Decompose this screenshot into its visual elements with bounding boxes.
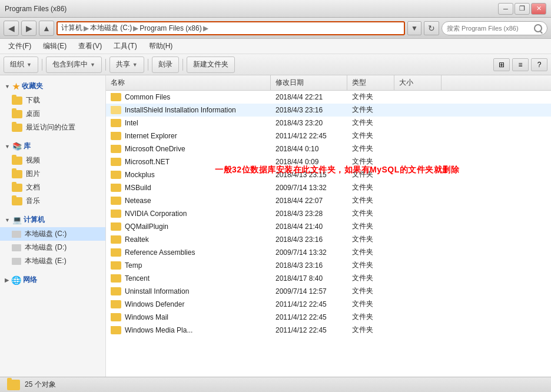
path-computer: 计算机 bbox=[61, 23, 82, 33]
toolbar-sep-3 bbox=[148, 59, 148, 71]
table-row[interactable]: InstallShield Installation Information20… bbox=[106, 104, 551, 117]
file-list[interactable]: 名称 修改日期 类型 大小 Common Files2018/4/4 22:21… bbox=[106, 75, 551, 377]
sidebar: ▼ ★ 收藏夹 下载 桌面 最近访问的位置 ▼ 📚 库 bbox=[0, 75, 106, 377]
sidebar-item-drive-d[interactable]: 本地磁盘 (D:) bbox=[0, 241, 105, 254]
table-row[interactable]: Tencent2018/4/17 8:40文件夹 bbox=[106, 272, 551, 285]
help-button[interactable]: ? bbox=[531, 58, 547, 71]
sidebar-favorites-header[interactable]: ▼ ★ 收藏夹 bbox=[0, 79, 105, 94]
file-name: Mockplus bbox=[125, 171, 155, 179]
close-button[interactable]: ✕ bbox=[531, 3, 546, 15]
table-row[interactable]: Microsoft OneDrive2018/4/4 0:10文件夹 bbox=[106, 142, 551, 155]
table-row[interactable]: Temp2018/4/3 23:16文件夹 bbox=[106, 259, 551, 272]
file-rows-container: Common Files2018/4/4 22:21文件夹InstallShie… bbox=[106, 91, 551, 337]
sidebar-libraries-header[interactable]: ▼ 📚 库 bbox=[0, 139, 105, 154]
table-row[interactable]: Windows Defender2011/4/12 22:45文件夹 bbox=[106, 298, 551, 311]
address-path[interactable]: 计算机 ▶ 本地磁盘 (C:) ▶ Program Files (x86) ▶ bbox=[57, 21, 405, 35]
sidebar-item-video[interactable]: 视频 bbox=[0, 154, 105, 167]
share-button[interactable]: 共享 ▼ bbox=[109, 57, 144, 73]
sidebar-section-computer: ▼ 💻 计算机 本地磁盘 (C:) 本地磁盘 (D:) 本地磁盘 (E:) bbox=[0, 212, 105, 268]
col-header-type[interactable]: 类型 bbox=[347, 75, 394, 90]
file-type: 文件夹 bbox=[347, 208, 394, 218]
status-text: 25 个对象 bbox=[25, 380, 56, 390]
menu-tools[interactable]: 工具(T) bbox=[109, 40, 141, 52]
file-type: 文件夹 bbox=[347, 170, 394, 180]
new-folder-button[interactable]: 新建文件夹 bbox=[187, 57, 235, 73]
table-row[interactable]: Common Files2018/4/4 22:21文件夹 bbox=[106, 91, 551, 104]
file-type: 文件夹 bbox=[347, 182, 394, 192]
menu-file[interactable]: 文件(F) bbox=[4, 40, 36, 52]
folder-icon bbox=[111, 171, 121, 179]
star-icon: ★ bbox=[12, 82, 20, 91]
view-list-button[interactable]: ≡ bbox=[512, 58, 529, 71]
search-box bbox=[442, 21, 547, 35]
restore-button[interactable]: ❐ bbox=[515, 3, 530, 15]
sidebar-item-desktop[interactable]: 桌面 bbox=[0, 107, 105, 121]
address-dropdown-button[interactable]: ▼ bbox=[407, 21, 421, 35]
organize-button[interactable]: 组织 ▼ bbox=[4, 57, 38, 73]
sidebar-item-recent[interactable]: 最近访问的位置 bbox=[0, 121, 105, 134]
sidebar-computer-header[interactable]: ▼ 💻 计算机 bbox=[0, 212, 105, 227]
file-date: 2011/4/12 22:45 bbox=[271, 326, 347, 334]
table-row[interactable]: Uninstall Information2009/7/14 12:57文件夹 bbox=[106, 285, 551, 298]
sidebar-item-music[interactable]: 音乐 bbox=[0, 194, 105, 208]
table-row[interactable]: Windows Mail2011/4/12 22:45文件夹 bbox=[106, 311, 551, 324]
address-bar: ◀ ▶ ▲ 计算机 ▶ 本地磁盘 (C:) ▶ Program Files (x… bbox=[0, 18, 551, 39]
toolbar-right: ⊞ ≡ ? bbox=[493, 58, 547, 71]
file-date: 2009/7/14 13:32 bbox=[271, 184, 347, 192]
refresh-button[interactable]: ↻ bbox=[424, 21, 439, 35]
sidebar-item-download[interactable]: 下载 bbox=[0, 94, 105, 107]
back-button[interactable]: ◀ bbox=[4, 21, 19, 36]
file-type: 文件夹 bbox=[347, 325, 394, 335]
table-row[interactable]: Internet Explorer2011/4/12 22:45文件夹 bbox=[106, 129, 551, 142]
table-row[interactable]: Microsoft.NET2018/4/4 0:09文件夹 bbox=[106, 155, 551, 168]
menu-view[interactable]: 查看(V) bbox=[74, 40, 107, 52]
table-row[interactable]: Netease2018/4/4 22:07文件夹 bbox=[106, 194, 551, 207]
col-header-size[interactable]: 大小 bbox=[394, 75, 442, 90]
sidebar-item-documents[interactable]: 文档 bbox=[0, 181, 105, 194]
col-header-date[interactable]: 修改日期 bbox=[271, 75, 347, 90]
folder-icon bbox=[111, 300, 121, 308]
menu-edit[interactable]: 编辑(E) bbox=[38, 40, 71, 52]
network-icon: 🌐 bbox=[11, 275, 21, 285]
folder-icon bbox=[12, 97, 22, 105]
sidebar-item-drive-c[interactable]: 本地磁盘 (C:) bbox=[0, 227, 105, 241]
burn-button[interactable]: 刻录 bbox=[152, 57, 179, 73]
folder-icon bbox=[111, 326, 121, 334]
file-type: 文件夹 bbox=[347, 247, 394, 257]
file-type: 文件夹 bbox=[347, 157, 394, 167]
table-row[interactable]: NVIDIA Corporation2018/4/3 23:28文件夹 bbox=[106, 207, 551, 220]
table-row[interactable]: MSBuild2009/7/14 13:32文件夹 bbox=[106, 181, 551, 194]
file-name: Internet Explorer bbox=[125, 132, 177, 140]
folder-icon bbox=[12, 124, 22, 132]
search-input[interactable] bbox=[447, 25, 532, 32]
folder-icon bbox=[111, 197, 121, 205]
table-row[interactable]: Realtek2018/4/3 23:16文件夹 bbox=[106, 233, 551, 246]
path-sep-3: ▶ bbox=[203, 24, 208, 32]
computer-expand-icon: ▼ bbox=[5, 217, 10, 223]
table-row[interactable]: Mockplus2018/4/13 23:15文件夹 bbox=[106, 168, 551, 181]
menu-help[interactable]: 帮助(H) bbox=[144, 40, 178, 52]
up-button[interactable]: ▲ bbox=[39, 21, 54, 36]
file-name: Windows Media Pla... bbox=[125, 326, 192, 334]
status-bar: 25 个对象 bbox=[0, 377, 551, 392]
title-bar-controls: ─ ❐ ✕ bbox=[498, 3, 546, 15]
forward-button[interactable]: ▶ bbox=[21, 21, 36, 36]
folder-icon bbox=[12, 184, 22, 192]
file-type: 文件夹 bbox=[347, 273, 394, 283]
sidebar-item-pictures[interactable]: 图片 bbox=[0, 167, 105, 181]
table-row[interactable]: Windows Media Pla...2011/4/12 22:45文件夹 bbox=[106, 324, 551, 337]
folder-icon bbox=[111, 287, 121, 295]
view-toggle-button[interactable]: ⊞ bbox=[493, 58, 510, 71]
file-list-header: 名称 修改日期 类型 大小 bbox=[106, 75, 551, 91]
sidebar-network-header[interactable]: ▶ 🌐 网络 bbox=[0, 273, 105, 287]
file-type: 文件夹 bbox=[347, 105, 394, 115]
table-row[interactable]: QQMailPlugin2018/4/4 21:40文件夹 bbox=[106, 220, 551, 233]
col-header-name[interactable]: 名称 bbox=[106, 75, 271, 90]
include-library-button[interactable]: 包含到库中 ▼ bbox=[46, 57, 102, 73]
table-row[interactable]: Reference Assemblies2009/7/14 13:32文件夹 bbox=[106, 246, 551, 259]
network-expand-icon: ▶ bbox=[5, 277, 9, 283]
sidebar-item-drive-e[interactable]: 本地磁盘 (E:) bbox=[0, 254, 105, 268]
file-type: 文件夹 bbox=[347, 234, 394, 244]
table-row[interactable]: Intel2018/4/3 23:20文件夹 bbox=[106, 117, 551, 129]
minimize-button[interactable]: ─ bbox=[498, 3, 513, 15]
